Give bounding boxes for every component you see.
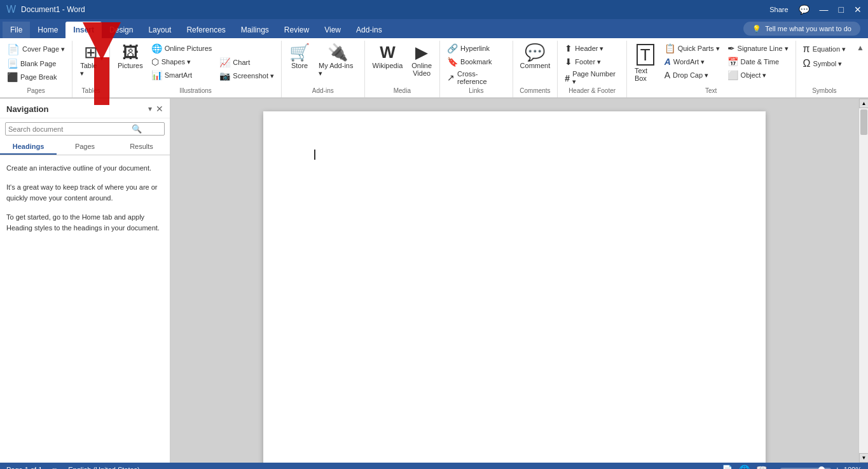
quick-parts-label: Quick Parts ▾ <box>678 45 720 53</box>
wikipedia-label: Wikipedia <box>373 62 403 69</box>
shapes-label: Shapes ▾ <box>162 58 191 66</box>
share-button[interactable]: Share <box>769 6 788 13</box>
tab-layout[interactable]: Layout <box>141 22 179 38</box>
zoom-plus-button[interactable]: + <box>835 465 840 469</box>
comment-icon[interactable]: 💬 <box>799 4 809 15</box>
page-break-label: Page Break <box>20 73 57 81</box>
maximize-button[interactable]: □ <box>839 4 844 15</box>
tab-design[interactable]: Design <box>102 22 141 38</box>
pictures-icon: 🖼 <box>122 44 139 60</box>
my-addins-button[interactable]: 🔌 My Add-ins ▾ <box>315 42 361 87</box>
blank-page-button[interactable]: 📃 Blank Page <box>4 57 68 70</box>
online-video-button[interactable]: ▶ OnlineVideo <box>408 42 436 87</box>
shapes-icon: ⬡ <box>151 57 159 67</box>
tab-review[interactable]: Review <box>277 22 317 38</box>
screenshot-button[interactable]: 📷 Screenshot ▾ <box>216 69 277 82</box>
text-group-label: Text <box>631 87 792 96</box>
ribbon-group-header-footer: ⬆ Header ▾ ⬇ Footer ▾ # Page Number ▾ He… <box>558 41 627 97</box>
wordart-button[interactable]: A WordArt ▾ <box>661 55 723 68</box>
chart-button[interactable]: 📈 Chart <box>216 56 277 69</box>
wikipedia-button[interactable]: W Wikipedia <box>369 42 407 87</box>
tab-references[interactable]: References <box>179 22 233 38</box>
footer-button[interactable]: ⬇ Footer ▾ <box>561 55 623 68</box>
pictures-button[interactable]: 🖼 Pictures <box>114 42 147 87</box>
nav-close-button[interactable]: ✕ <box>156 104 163 114</box>
cover-page-button[interactable]: 📄 Cover Page ▾ <box>4 42 68 57</box>
footer-label: Footer ▾ <box>575 58 601 66</box>
nav-search-box[interactable]: 🔍 <box>5 122 165 136</box>
table-button[interactable]: ⊞ Table ▾ <box>76 42 106 80</box>
comment-button[interactable]: 💬 Comment <box>516 42 555 71</box>
ribbon-group-tables: ⊞ Table ▾ Tables <box>72 41 110 97</box>
tab-view[interactable]: View <box>317 22 348 38</box>
date-time-button[interactable]: 📅 Date & Time <box>724 55 792 68</box>
nav-content-line3: To get started, go to the Home tab and a… <box>6 212 163 234</box>
scrollbar-track[interactable]: ▲ ▼ <box>858 99 868 463</box>
scrollbar-thumb[interactable] <box>860 109 867 135</box>
tab-file[interactable]: File <box>3 22 30 38</box>
equation-icon: π <box>803 43 810 55</box>
close-button[interactable]: ✕ <box>854 4 862 15</box>
nav-tab-pages[interactable]: Pages <box>57 139 113 155</box>
store-button[interactable]: 🛒 Store <box>286 42 313 87</box>
table-label: Table ▾ <box>80 62 102 78</box>
equation-button[interactable]: π Equation ▾ <box>800 42 850 56</box>
scrollbar-up-button[interactable]: ▲ <box>859 99 868 108</box>
comment-icon: 💬 <box>525 44 545 60</box>
page-break-button[interactable]: ⬛ Page Break <box>4 71 68 83</box>
wordart-label: WordArt ▾ <box>673 58 705 66</box>
ribbon-group-symbols: π Equation ▾ Ω Symbol ▾ Symbols <box>796 41 853 97</box>
navigation-pane: Navigation ▾ ✕ 🔍 Headings Pages Results … <box>0 99 170 463</box>
textbox-button[interactable]: T Text Box <box>631 42 660 87</box>
blank-page-icon: 📃 <box>7 59 18 69</box>
view-print-layout[interactable]: 📄 <box>722 465 733 469</box>
smartart-button[interactable]: 📊 SmartArt <box>148 69 216 81</box>
page-number-button[interactable]: # Page Number ▾ <box>561 69 623 87</box>
view-web-layout[interactable]: 🌐 <box>739 465 750 469</box>
smartart-label: SmartArt <box>165 71 192 79</box>
page-number-label: Page Number ▾ <box>572 70 619 86</box>
online-pictures-label: Online Pictures <box>165 45 212 52</box>
ribbon-collapse-button[interactable]: ▲ <box>853 41 868 55</box>
footer-icon: ⬇ <box>565 57 572 67</box>
equation-label: Equation ▾ <box>813 45 846 53</box>
tab-home[interactable]: Home <box>30 22 65 38</box>
scrollbar-down-button[interactable]: ▼ <box>859 453 868 463</box>
object-button[interactable]: ⬜ Object ▾ <box>724 69 792 81</box>
tab-mailings[interactable]: Mailings <box>233 22 277 38</box>
edit-icon[interactable]: ✏ <box>52 466 58 470</box>
search-icon[interactable]: 🔍 <box>132 124 142 134</box>
nav-tab-results[interactable]: Results <box>113 139 170 155</box>
page-info: Page 1 of 1 <box>6 466 42 469</box>
table-icon: ⊞ <box>84 44 98 60</box>
signature-line-button[interactable]: ✒ Signature Line ▾ <box>724 42 792 55</box>
view-read-mode[interactable]: 📖 <box>756 465 767 469</box>
window-title: Document1 - Word <box>21 5 85 14</box>
object-icon: ⬜ <box>727 70 738 80</box>
lightbulb-icon: 💡 <box>752 25 761 33</box>
document-page[interactable] <box>263 111 766 463</box>
tab-insert[interactable]: Insert <box>65 22 102 38</box>
symbols-group-label: Symbols <box>800 87 850 96</box>
quick-parts-button[interactable]: 📋 Quick Parts ▾ <box>661 42 723 55</box>
bookmark-button[interactable]: 🔖 Bookmark <box>444 55 508 68</box>
search-input[interactable] <box>8 125 129 133</box>
nav-tab-headings[interactable]: Headings <box>0 139 57 155</box>
online-pictures-button[interactable]: 🌐 Online Pictures <box>148 42 216 55</box>
tell-me-bar[interactable]: 💡 Tell me what you want to do <box>743 22 860 36</box>
header-button[interactable]: ⬆ Header ▾ <box>561 42 623 55</box>
nav-options-button[interactable]: ▾ <box>148 104 152 113</box>
minimize-button[interactable]: — <box>820 4 829 15</box>
hyperlink-button[interactable]: 🔗 Hyperlink <box>444 42 508 55</box>
symbol-button[interactable]: Ω Symbol ▾ <box>800 57 850 71</box>
dropcap-button[interactable]: A Drop Cap ▾ <box>661 69 723 81</box>
tell-me-text: Tell me what you want to do <box>765 25 851 32</box>
cross-reference-button[interactable]: ↗ Cross-reference <box>444 69 508 87</box>
nav-content: Create an interactive outline of your do… <box>0 155 170 242</box>
main-area: Navigation ▾ ✕ 🔍 Headings Pages Results … <box>0 99 868 463</box>
blank-page-label: Blank Page <box>20 60 56 67</box>
shapes-button[interactable]: ⬡ Shapes ▾ <box>148 55 216 68</box>
zoom-minus-button[interactable]: - <box>773 465 776 469</box>
illustrations-group-label: Illustrations <box>114 87 277 96</box>
tab-addins[interactable]: Add-ins <box>348 22 390 38</box>
